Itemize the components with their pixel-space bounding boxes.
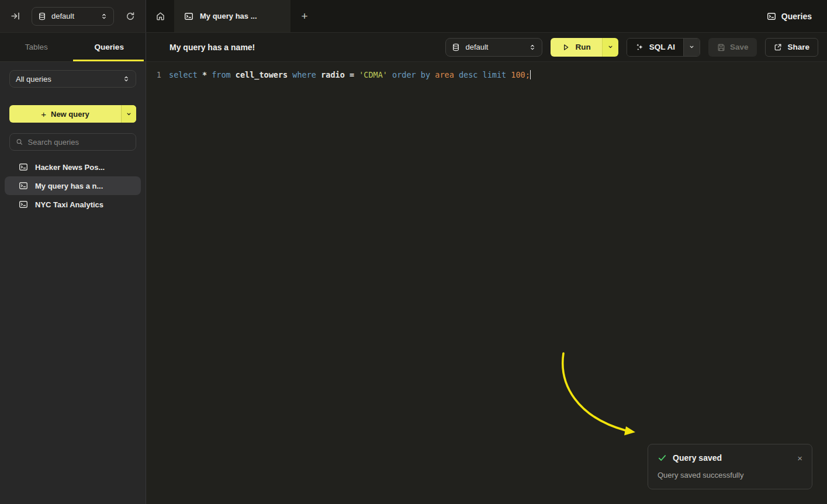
topbar: default bbox=[0, 0, 827, 33]
topbar-main-section: My query has ... + Queries bbox=[146, 0, 827, 32]
editor-tab-label: My query has ... bbox=[200, 12, 257, 20]
query-terminal-icon bbox=[19, 181, 28, 190]
line-number: 1 bbox=[146, 68, 161, 82]
chevrons-up-down-icon bbox=[101, 13, 108, 20]
code-token: 'CDMA' bbox=[359, 70, 392, 79]
run-button-group: Run bbox=[551, 38, 618, 57]
query-list-item[interactable]: Hacker News Pos... bbox=[5, 158, 141, 176]
code-token: cell_towers bbox=[236, 70, 293, 79]
chevron-down-icon bbox=[688, 44, 695, 50]
queries-nav[interactable]: Queries bbox=[767, 0, 812, 32]
query-terminal-icon bbox=[19, 200, 28, 209]
toast-close-button[interactable]: × bbox=[797, 454, 802, 463]
search-queries-input[interactable] bbox=[28, 138, 130, 147]
sparkles-icon bbox=[635, 43, 644, 51]
share-button[interactable]: Share bbox=[765, 38, 818, 57]
share-button-label: Share bbox=[787, 43, 809, 51]
query-terminal-icon bbox=[767, 12, 776, 21]
toolbar-database-selector[interactable]: default bbox=[445, 38, 542, 57]
plus-icon: + bbox=[41, 109, 46, 119]
check-icon bbox=[658, 453, 667, 463]
active-tab-underline bbox=[73, 60, 144, 61]
new-tab-button[interactable]: + bbox=[301, 10, 307, 23]
code-token: limit bbox=[483, 70, 511, 79]
queries-nav-label: Queries bbox=[781, 12, 812, 21]
database-icon bbox=[452, 43, 460, 51]
code-token: = bbox=[350, 70, 359, 79]
topbar-left-section: default bbox=[0, 0, 146, 32]
query-terminal-icon bbox=[184, 12, 193, 21]
chevron-down-icon bbox=[126, 111, 132, 117]
toast-message: Query saved successfully bbox=[658, 471, 802, 479]
query-title: My query has a name! bbox=[169, 43, 445, 52]
home-icon bbox=[155, 11, 165, 21]
code-token: order by bbox=[392, 70, 435, 79]
chevrons-up-down-icon bbox=[529, 44, 536, 51]
toast-query-saved: Query saved × Query saved successfully bbox=[648, 444, 812, 489]
query-list-item[interactable]: My query has a n... bbox=[5, 176, 141, 195]
sidebar-tabs: Tables Queries bbox=[0, 33, 146, 62]
topbar-database-value: default bbox=[51, 12, 95, 20]
code-line: select * from cell_towers where radio = … bbox=[169, 68, 531, 82]
tab-queries[interactable]: Queries bbox=[73, 33, 146, 61]
run-button-label: Run bbox=[575, 43, 590, 51]
code-token: desc bbox=[459, 70, 483, 79]
share-icon bbox=[774, 43, 782, 51]
database-icon bbox=[38, 12, 46, 20]
toolbar-database-value: default bbox=[465, 43, 524, 51]
main-panel: My query has a name! default bbox=[146, 33, 827, 504]
save-button[interactable]: Save bbox=[708, 38, 757, 57]
new-query-button-group: + New query bbox=[9, 105, 136, 123]
sql-console-app: default bbox=[0, 0, 827, 504]
code-token: from bbox=[212, 70, 236, 79]
query-list-item-label: My query has a n... bbox=[35, 182, 103, 190]
new-query-label: New query bbox=[51, 110, 89, 119]
code-row: 1 select * from cell_towers where radio … bbox=[146, 68, 827, 82]
new-query-dropdown-button[interactable] bbox=[121, 105, 136, 123]
query-terminal-icon bbox=[19, 162, 28, 172]
sql-ai-dropdown-button[interactable] bbox=[683, 39, 700, 56]
new-query-button[interactable]: + New query bbox=[9, 105, 121, 123]
save-icon bbox=[717, 43, 725, 51]
sql-editor[interactable]: 1 select * from cell_towers where radio … bbox=[146, 62, 827, 504]
code-token: 100; bbox=[511, 70, 530, 79]
query-filter-value: All queries bbox=[16, 75, 117, 84]
topbar-database-selector[interactable]: default bbox=[32, 7, 114, 26]
play-icon bbox=[562, 43, 570, 51]
sql-ai-button-group: SQL AI bbox=[627, 38, 700, 57]
collapse-sidebar-button[interactable] bbox=[8, 9, 23, 24]
sql-ai-label: SQL AI bbox=[649, 43, 675, 51]
query-list-item-label: Hacker News Pos... bbox=[35, 163, 105, 172]
tab-tables[interactable]: Tables bbox=[0, 33, 73, 61]
run-button[interactable]: Run bbox=[551, 38, 601, 57]
code-token: * bbox=[202, 70, 212, 79]
query-list: Hacker News Pos... My query has a n... N… bbox=[5, 158, 141, 214]
main-header: My query has a name! default bbox=[146, 33, 827, 62]
code-token: where bbox=[292, 70, 321, 79]
search-queries-box bbox=[9, 133, 136, 151]
chevron-down-icon bbox=[607, 44, 614, 50]
code-token: select bbox=[169, 70, 202, 79]
refresh-icon bbox=[126, 12, 135, 21]
sidebar-content: All queries + New query bbox=[0, 62, 146, 214]
query-list-item-label: NYC Taxi Analytics bbox=[35, 200, 103, 209]
editor-tab[interactable]: My query has ... bbox=[174, 0, 290, 32]
toast-title: Query saved bbox=[673, 453, 791, 463]
save-button-label: Save bbox=[730, 43, 749, 51]
code-token: radio bbox=[321, 70, 350, 79]
code-token: area bbox=[435, 70, 459, 79]
run-dropdown-button[interactable] bbox=[602, 38, 618, 57]
query-list-item[interactable]: NYC Taxi Analytics bbox=[5, 195, 141, 214]
toolbar: default Run bbox=[445, 38, 818, 57]
home-button[interactable] bbox=[153, 9, 168, 24]
query-filter-select[interactable]: All queries bbox=[9, 70, 136, 88]
refresh-button[interactable] bbox=[123, 9, 138, 24]
sql-ai-button[interactable]: SQL AI bbox=[627, 39, 683, 56]
search-icon bbox=[16, 138, 23, 146]
sidebar: Tables Queries All queries + New query bbox=[0, 33, 146, 504]
chevrons-up-down-icon bbox=[123, 75, 130, 82]
text-cursor bbox=[530, 70, 531, 79]
collapse-sidebar-icon bbox=[11, 11, 20, 21]
